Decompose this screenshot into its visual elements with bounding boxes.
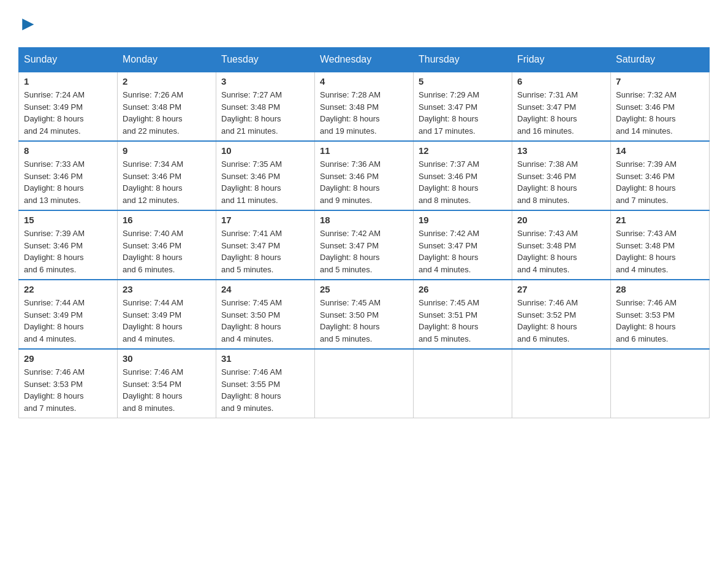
day-number: 30	[123, 353, 211, 364]
calendar-cell: 30Sunrise: 7:46 AMSunset: 3:54 PMDayligh…	[118, 349, 216, 418]
day-info: Sunrise: 7:26 AMSunset: 3:48 PMDaylight:…	[123, 89, 211, 137]
calendar-header-row: SundayMondayTuesdayWednesdayThursdayFrid…	[19, 48, 710, 72]
calendar-cell: 18Sunrise: 7:42 AMSunset: 3:47 PMDayligh…	[315, 210, 414, 280]
calendar-cell: 9Sunrise: 7:34 AMSunset: 3:46 PMDaylight…	[118, 141, 216, 210]
calendar-table: SundayMondayTuesdayWednesdayThursdayFrid…	[18, 47, 710, 418]
logo: ►	[18, 12, 39, 35]
day-info: Sunrise: 7:27 AMSunset: 3:48 PMDaylight:…	[221, 89, 309, 137]
day-info: Sunrise: 7:46 AMSunset: 3:55 PMDaylight:…	[221, 366, 309, 414]
day-number: 15	[24, 215, 112, 225]
day-number: 4	[320, 76, 408, 86]
calendar-cell: 27Sunrise: 7:46 AMSunset: 3:52 PMDayligh…	[512, 280, 611, 349]
calendar-cell: 24Sunrise: 7:45 AMSunset: 3:50 PMDayligh…	[216, 280, 315, 349]
calendar-cell	[611, 349, 710, 418]
calendar-cell: 5Sunrise: 7:29 AMSunset: 3:47 PMDaylight…	[414, 72, 512, 141]
calendar-cell: 22Sunrise: 7:44 AMSunset: 3:49 PMDayligh…	[19, 280, 118, 349]
day-number: 18	[320, 215, 408, 225]
day-info: Sunrise: 7:46 AMSunset: 3:53 PMDaylight:…	[24, 366, 112, 414]
day-number: 20	[517, 215, 605, 225]
day-number: 16	[123, 215, 211, 225]
calendar-cell: 10Sunrise: 7:35 AMSunset: 3:46 PMDayligh…	[216, 141, 315, 210]
day-number: 5	[419, 76, 507, 86]
day-number: 24	[221, 284, 309, 294]
day-number: 19	[419, 215, 507, 225]
day-number: 3	[221, 76, 309, 86]
calendar-cell: 12Sunrise: 7:37 AMSunset: 3:46 PMDayligh…	[414, 141, 512, 210]
day-info: Sunrise: 7:45 AMSunset: 3:50 PMDaylight:…	[320, 297, 408, 345]
day-info: Sunrise: 7:35 AMSunset: 3:46 PMDaylight:…	[221, 158, 309, 206]
day-number: 10	[221, 145, 309, 156]
day-number: 8	[24, 145, 112, 156]
calendar-cell: 3Sunrise: 7:27 AMSunset: 3:48 PMDaylight…	[216, 72, 315, 141]
day-info: Sunrise: 7:36 AMSunset: 3:46 PMDaylight:…	[320, 158, 408, 206]
day-info: Sunrise: 7:43 AMSunset: 3:48 PMDaylight:…	[616, 228, 704, 275]
week-row-1: 1Sunrise: 7:24 AMSunset: 3:49 PMDaylight…	[19, 72, 710, 141]
day-info: Sunrise: 7:46 AMSunset: 3:52 PMDaylight:…	[517, 297, 605, 345]
calendar-cell: 6Sunrise: 7:31 AMSunset: 3:47 PMDaylight…	[512, 72, 611, 141]
day-number: 2	[123, 76, 211, 86]
day-number: 21	[616, 215, 704, 225]
calendar-cell	[512, 349, 611, 418]
day-info: Sunrise: 7:31 AMSunset: 3:47 PMDaylight:…	[517, 89, 605, 137]
day-number: 12	[419, 145, 507, 156]
day-number: 27	[517, 284, 605, 294]
day-number: 28	[616, 284, 704, 294]
day-number: 7	[616, 76, 704, 86]
day-info: Sunrise: 7:28 AMSunset: 3:48 PMDaylight:…	[320, 89, 408, 137]
day-info: Sunrise: 7:45 AMSunset: 3:51 PMDaylight:…	[419, 297, 507, 345]
calendar-cell: 29Sunrise: 7:46 AMSunset: 3:53 PMDayligh…	[19, 349, 118, 418]
calendar-cell	[315, 349, 414, 418]
day-info: Sunrise: 7:42 AMSunset: 3:47 PMDaylight:…	[320, 228, 408, 275]
day-info: Sunrise: 7:38 AMSunset: 3:46 PMDaylight:…	[517, 158, 605, 206]
week-row-3: 15Sunrise: 7:39 AMSunset: 3:46 PMDayligh…	[19, 210, 710, 280]
day-info: Sunrise: 7:41 AMSunset: 3:47 PMDaylight:…	[221, 228, 309, 275]
calendar-cell: 7Sunrise: 7:32 AMSunset: 3:46 PMDaylight…	[611, 72, 710, 141]
day-number: 14	[616, 145, 704, 156]
calendar-cell: 11Sunrise: 7:36 AMSunset: 3:46 PMDayligh…	[315, 141, 414, 210]
day-info: Sunrise: 7:44 AMSunset: 3:49 PMDaylight:…	[123, 297, 211, 345]
day-number: 22	[24, 284, 112, 294]
calendar-cell: 20Sunrise: 7:43 AMSunset: 3:48 PMDayligh…	[512, 210, 611, 280]
calendar-cell: 4Sunrise: 7:28 AMSunset: 3:48 PMDaylight…	[315, 72, 414, 141]
calendar-cell	[414, 349, 512, 418]
calendar-cell: 21Sunrise: 7:43 AMSunset: 3:48 PMDayligh…	[611, 210, 710, 280]
day-info: Sunrise: 7:29 AMSunset: 3:47 PMDaylight:…	[419, 89, 507, 137]
day-number: 1	[24, 76, 112, 86]
day-number: 9	[123, 145, 211, 156]
day-info: Sunrise: 7:46 AMSunset: 3:54 PMDaylight:…	[123, 366, 211, 414]
day-number: 17	[221, 215, 309, 225]
week-row-2: 8Sunrise: 7:33 AMSunset: 3:46 PMDaylight…	[19, 141, 710, 210]
calendar-cell: 13Sunrise: 7:38 AMSunset: 3:46 PMDayligh…	[512, 141, 611, 210]
week-row-5: 29Sunrise: 7:46 AMSunset: 3:53 PMDayligh…	[19, 349, 710, 418]
day-info: Sunrise: 7:44 AMSunset: 3:49 PMDaylight:…	[24, 297, 112, 345]
day-number: 13	[517, 145, 605, 156]
day-info: Sunrise: 7:46 AMSunset: 3:53 PMDaylight:…	[616, 297, 704, 345]
calendar-cell: 26Sunrise: 7:45 AMSunset: 3:51 PMDayligh…	[414, 280, 512, 349]
calendar-cell: 8Sunrise: 7:33 AMSunset: 3:46 PMDaylight…	[19, 141, 118, 210]
day-number: 26	[419, 284, 507, 294]
header-tuesday: Tuesday	[216, 48, 315, 72]
calendar-cell: 31Sunrise: 7:46 AMSunset: 3:55 PMDayligh…	[216, 349, 315, 418]
day-number: 11	[320, 145, 408, 156]
day-number: 31	[221, 353, 309, 364]
day-info: Sunrise: 7:43 AMSunset: 3:48 PMDaylight:…	[517, 228, 605, 275]
header-wednesday: Wednesday	[315, 48, 414, 72]
day-number: 25	[320, 284, 408, 294]
day-info: Sunrise: 7:45 AMSunset: 3:50 PMDaylight:…	[221, 297, 309, 345]
calendar-cell: 17Sunrise: 7:41 AMSunset: 3:47 PMDayligh…	[216, 210, 315, 280]
day-info: Sunrise: 7:32 AMSunset: 3:46 PMDaylight:…	[616, 89, 704, 137]
day-info: Sunrise: 7:34 AMSunset: 3:46 PMDaylight:…	[123, 158, 211, 206]
calendar-cell: 1Sunrise: 7:24 AMSunset: 3:49 PMDaylight…	[19, 72, 118, 141]
week-row-4: 22Sunrise: 7:44 AMSunset: 3:49 PMDayligh…	[19, 280, 710, 349]
calendar-cell: 14Sunrise: 7:39 AMSunset: 3:46 PMDayligh…	[611, 141, 710, 210]
calendar-cell: 16Sunrise: 7:40 AMSunset: 3:46 PMDayligh…	[118, 210, 216, 280]
header-friday: Friday	[512, 48, 611, 72]
day-info: Sunrise: 7:39 AMSunset: 3:46 PMDaylight:…	[616, 158, 704, 206]
day-info: Sunrise: 7:40 AMSunset: 3:46 PMDaylight:…	[123, 228, 211, 275]
day-info: Sunrise: 7:33 AMSunset: 3:46 PMDaylight:…	[24, 158, 112, 206]
calendar-cell: 28Sunrise: 7:46 AMSunset: 3:53 PMDayligh…	[611, 280, 710, 349]
day-number: 29	[24, 353, 112, 364]
logo-arrow-icon: ►	[18, 12, 38, 35]
calendar-cell: 19Sunrise: 7:42 AMSunset: 3:47 PMDayligh…	[414, 210, 512, 280]
calendar-cell: 2Sunrise: 7:26 AMSunset: 3:48 PMDaylight…	[118, 72, 216, 141]
